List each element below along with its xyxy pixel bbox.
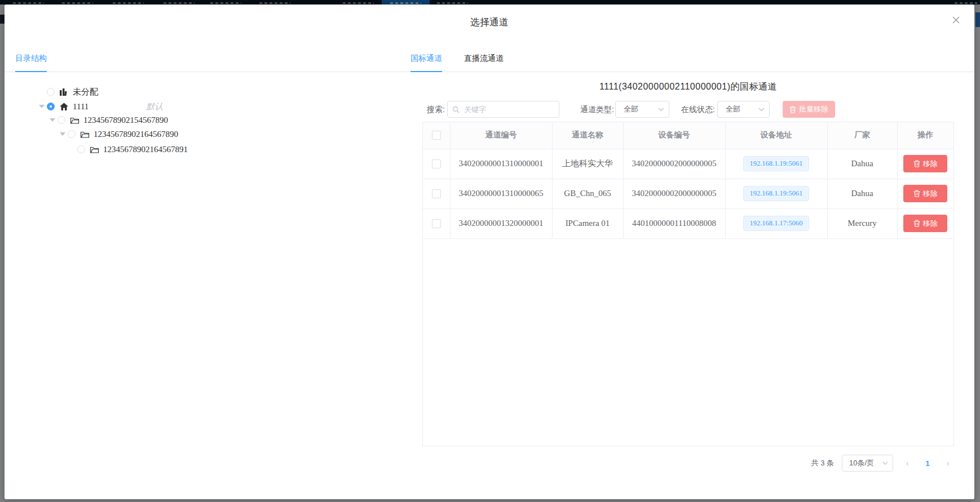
row-checkbox[interactable] — [432, 159, 441, 168]
next-page-icon[interactable]: › — [942, 459, 954, 468]
chevron-down-icon — [758, 108, 765, 112]
filter-controls: 搜索: 通道类型: 全部 在线状态: 全部 批量移除 — [422, 101, 954, 118]
tree-node-label[interactable]: 12345678902164567891 — [103, 145, 188, 154]
caret-down-icon[interactable] — [58, 127, 68, 141]
dialog-title: 选择通道 — [5, 16, 974, 29]
col-channel-id: 通道编号 — [450, 122, 552, 149]
caret-down-icon[interactable] — [37, 99, 47, 114]
tree-node-folder: 12345678902164567891 — [5, 142, 188, 157]
trash-icon — [913, 160, 920, 167]
cell-vendor: Mercury — [827, 208, 897, 238]
col-actions: 操作 — [897, 122, 953, 149]
select-all-checkbox[interactable] — [432, 131, 441, 140]
caret-down-icon[interactable] — [47, 113, 58, 127]
search-input-wrap — [447, 101, 559, 118]
tree-node-label[interactable]: 未分配 — [73, 87, 98, 97]
table-header-row: 通道编号 通道名称 设备编号 设备地址 厂家 操作 — [423, 122, 953, 149]
bars-icon — [59, 88, 69, 96]
col-vendor: 厂家 — [827, 122, 897, 149]
tree-radio-checked[interactable] — [47, 103, 55, 110]
address-tag: 192.168.1.19:5061 — [743, 186, 809, 201]
remove-button[interactable]: 移除 — [903, 155, 947, 172]
pagination: 共 3 条 10条/页 ‹ 1 › — [422, 454, 954, 472]
row-checkbox[interactable] — [432, 189, 441, 198]
online-status-label: 在线状态: — [679, 101, 715, 118]
address-tag: 192.168.1.19:5061 — [743, 156, 809, 171]
col-device-id: 设备编号 — [623, 122, 725, 149]
tree-node-folder: 12345678902164567890 — [5, 127, 178, 141]
folder-icon — [70, 116, 80, 125]
cell-channel-name: IPCamera 01 — [552, 208, 623, 238]
table-row: 34020000001310000065 GB_Chn_065 34020000… — [423, 179, 953, 208]
prev-page-icon[interactable]: ‹ — [901, 459, 913, 468]
chevron-down-icon — [658, 108, 664, 112]
row-checkbox[interactable] — [432, 219, 441, 228]
tree-radio[interactable] — [47, 88, 55, 96]
tab-underline — [15, 71, 47, 72]
channel-type-select[interactable]: 全部 — [615, 101, 669, 118]
tree-node-label[interactable]: 12345678902164567890 — [94, 130, 178, 139]
online-status-value: 全部 — [726, 104, 740, 114]
tree-node-unassigned: 未分配 — [5, 85, 98, 99]
tree-radio[interactable] — [77, 145, 85, 153]
tree-node-1111: 1111 默认 — [5, 99, 163, 114]
cell-vendor: Dahua — [827, 179, 897, 208]
cell-channel-name: GB_Chn_065 — [552, 179, 623, 208]
channel-type-value: 全部 — [624, 104, 638, 114]
current-page[interactable]: 1 — [921, 459, 934, 468]
tree-radio[interactable] — [58, 116, 65, 124]
tab-live-stream-channel[interactable]: 直播流通道 — [464, 54, 504, 64]
cell-vendor: Dahua — [827, 149, 897, 179]
channel-table: 通道编号 通道名称 设备编号 设备地址 厂家 操作 34020000001310… — [423, 122, 953, 239]
select-all-cell — [423, 122, 450, 149]
search-label: 搜索: — [422, 101, 445, 118]
home-icon — [59, 103, 69, 111]
page-size-select[interactable]: 10条/页 — [842, 455, 893, 472]
cell-device-address: 192.168.1.19:5061 — [725, 149, 827, 179]
cell-device-address: 192.168.1.19:5061 — [725, 179, 827, 208]
caret-placeholder — [67, 142, 77, 157]
cell-actions: 移除 — [897, 149, 953, 179]
tree-node-label[interactable]: 12345678902154567890 — [83, 115, 168, 125]
cell-channel-id: 34020000001320000001 — [450, 208, 552, 238]
cell-device-id: 44010000001110008008 — [623, 208, 725, 238]
select-channel-dialog: 选择通道 目录结构 国标通道 直播流通道 未分配 1111 — [5, 5, 974, 499]
folder-icon — [90, 145, 99, 154]
default-badge: 默认 — [146, 101, 163, 112]
col-device-address: 设备地址 — [725, 122, 827, 149]
chevron-down-icon — [882, 461, 888, 465]
batch-remove-button[interactable]: 批量移除 — [783, 101, 835, 118]
cell-channel-id: 34020000001310000065 — [450, 179, 552, 208]
remove-button[interactable]: 移除 — [903, 185, 947, 202]
search-icon — [452, 106, 460, 113]
cell-actions: 移除 — [897, 208, 953, 238]
trash-icon — [789, 106, 796, 113]
search-input[interactable] — [463, 105, 554, 114]
tabs-row: 目录结构 国标通道 直播流通道 — [5, 47, 974, 72]
table-row: 34020000001320000001 IPCamera 01 4401000… — [423, 208, 953, 238]
tab-gb-channel[interactable]: 国标通道 — [410, 54, 442, 64]
table-row: 34020000001310000001 上地科实大华 340200000020… — [423, 149, 953, 179]
tree-node-folder: 12345678902154567890 — [5, 113, 168, 127]
cell-actions: 移除 — [897, 179, 953, 208]
trash-icon — [913, 220, 920, 227]
tab-underline — [410, 71, 442, 72]
total-count: 共 3 条 — [811, 458, 834, 468]
tab-directory-structure[interactable]: 目录结构 — [15, 54, 47, 64]
cell-channel-id: 34020000001310000001 — [450, 149, 552, 179]
caret-placeholder — [37, 85, 47, 99]
tree-radio[interactable] — [68, 130, 76, 138]
address-tag: 192.168.1.17:5060 — [743, 216, 809, 231]
cell-device-id: 34020000002000000005 — [623, 179, 725, 208]
online-status-select[interactable]: 全部 — [717, 101, 770, 118]
channel-table-container: 通道编号 通道名称 设备编号 设备地址 厂家 操作 34020000001310… — [422, 122, 954, 446]
tree-node-label[interactable]: 1111 — [73, 102, 89, 112]
folder-icon — [80, 130, 90, 139]
close-icon[interactable] — [950, 15, 962, 27]
cell-channel-name: 上地科实大华 — [552, 149, 623, 179]
channel-type-label: 通道类型: — [578, 101, 614, 118]
cell-device-address: 192.168.1.17:5060 — [725, 208, 827, 238]
col-channel-name: 通道名称 — [552, 122, 623, 149]
remove-button[interactable]: 移除 — [903, 215, 947, 232]
panel-heading: 1111(34020000002110000001)的国标通道 — [422, 81, 954, 93]
